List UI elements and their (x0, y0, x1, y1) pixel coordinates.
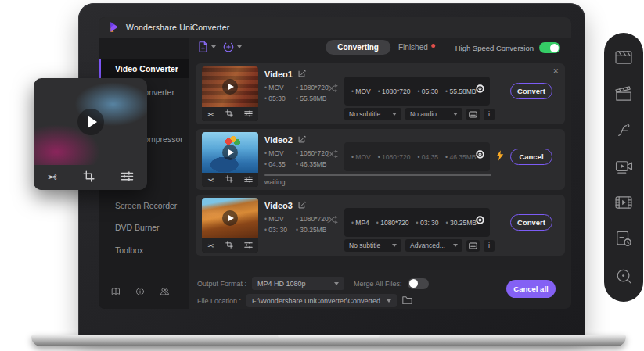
video1-thumbnail: ✂ (202, 66, 258, 121)
tab-finished[interactable]: Finished (398, 43, 435, 52)
video3-captions-icon[interactable] (466, 240, 480, 252)
high-speed-toggle[interactable] (539, 42, 560, 53)
high-speed-label: High Speed Conversion (455, 44, 534, 52)
sidebar-item-video-converter[interactable]: Video Converter (99, 59, 189, 78)
task-row-video2: ✂ Video2 MOV 1080*720 04:35 46.35MB (196, 129, 565, 190)
preview-trim-icon[interactable]: ✂ (47, 170, 57, 184)
video1-name: Video1 (264, 70, 293, 79)
stage: Wondershare UniConverter Video Converter… (0, 0, 644, 351)
video3-name: Video3 (264, 201, 293, 210)
video1-play-icon[interactable] (222, 79, 238, 95)
file-location-label: File Location : (197, 297, 241, 305)
video1-trim-icon[interactable]: ✂ (207, 110, 214, 119)
video1-src-resolution: 1080*720 (296, 84, 329, 91)
video2-crop-icon[interactable] (225, 175, 233, 184)
video1-settings-gear-icon[interactable] (475, 84, 485, 95)
add-files-button[interactable] (197, 41, 216, 53)
video2-src-format: MOV (264, 149, 284, 157)
video2-status-text: waiting... (264, 178, 291, 186)
titlebar: Wondershare UniConverter (99, 17, 571, 38)
video3-convert-button[interactable]: Convert (510, 214, 552, 231)
dock-convert-queue-icon[interactable] (616, 231, 632, 247)
sidebar-item-screen-recorder[interactable]: Screen Recorder (99, 196, 189, 215)
convert-arrow-icon (327, 84, 339, 95)
video3-edit-icon[interactable] (298, 201, 306, 210)
video2-tgt-duration: 04:35 (417, 153, 438, 161)
add-device-chevron-icon[interactable] (237, 45, 242, 48)
video2-cancel-button[interactable]: Cancel (510, 149, 552, 165)
video1-audio-select[interactable]: No audio (405, 108, 462, 120)
video1-tgt-resolution: 1080*720 (378, 88, 411, 95)
video3-src-format: MOV (264, 215, 284, 223)
file-location-select[interactable]: F:\Wondershare UniConverter\Converted (246, 294, 397, 307)
dock-video-merger-icon[interactable] (615, 195, 632, 210)
video2-trim-icon[interactable]: ✂ (207, 176, 214, 184)
video2-edit-icon[interactable] (298, 135, 306, 145)
video2-src-duration: 04:35 (264, 160, 286, 168)
video2-play-icon[interactable] (222, 145, 238, 160)
video2-src-resolution: 1080*720 (296, 149, 329, 157)
dock-effects-curve-icon[interactable] (615, 123, 632, 138)
sidebar-item-dvd-burner[interactable]: DVD Burner (99, 218, 189, 237)
video3-tgt-resolution: 1080*720 (376, 219, 409, 227)
video3-subtitle-select[interactable]: No subtitle (344, 239, 401, 252)
video1-subtitle-select[interactable]: No subtitle (344, 108, 401, 120)
video2-effects-icon[interactable] (244, 175, 253, 184)
video3-src-duration: 03: 30 (264, 226, 287, 234)
dock-disc-search-icon[interactable] (616, 268, 632, 285)
video1-effects-icon[interactable] (244, 109, 253, 119)
convert-arrow-icon (327, 215, 339, 226)
video2-settings-gear-icon[interactable] (475, 149, 485, 161)
dock-video-editor-icon[interactable] (615, 50, 632, 65)
add-device-button[interactable] (222, 41, 242, 53)
video3-settings-gear-icon[interactable] (475, 215, 485, 227)
account-users-icon[interactable] (160, 287, 170, 298)
preview-effects-icon[interactable] (121, 170, 134, 184)
video2-tgt-format: MOV (351, 153, 371, 161)
task-row-video1: ✂ ✕ Video1 MOV 1080*720 05:30 (196, 63, 565, 124)
video2-target-box: MOV 1080*720 04:35 46.35MB (344, 142, 490, 171)
video3-crop-icon[interactable] (225, 241, 233, 250)
toolbox-dock (604, 33, 643, 302)
output-format-select[interactable]: MP4 HD 1080p (252, 277, 344, 290)
video1-tgt-size: 55.58MB (445, 88, 476, 95)
video3-info-icon[interactable]: i (484, 240, 495, 252)
video1-src-size: 55.58MB (296, 95, 326, 102)
app-title: Wondershare UniConverter (126, 23, 229, 32)
video1-info-icon[interactable]: i (484, 109, 495, 120)
video1-edit-icon[interactable] (298, 70, 306, 79)
convert-arrow-icon (327, 149, 339, 160)
cancel-all-button[interactable]: Cancel all (506, 280, 556, 298)
video3-effects-icon[interactable] (244, 241, 253, 250)
high-speed-bolt-icon (495, 150, 505, 163)
video3-src-resolution: 1080*720 (296, 215, 329, 223)
open-folder-icon[interactable] (402, 295, 412, 306)
video1-crop-icon[interactable] (225, 109, 233, 119)
video1-target-box: MOV 1080*720 05:30 55.58MB (344, 77, 490, 106)
app-window: Wondershare UniConverter Video Converter… (99, 17, 571, 309)
video3-audio-select[interactable]: Advanced... (405, 239, 462, 252)
sidebar-item-toolbox[interactable]: Toolbox (99, 241, 189, 260)
merge-all-files-label: Merge All Files: (354, 280, 402, 288)
output-format-label: Output Format : (197, 280, 246, 288)
help-info-icon[interactable] (135, 287, 145, 298)
preview-crop-icon[interactable] (83, 170, 95, 185)
app-logo-icon (108, 21, 120, 34)
video3-play-icon[interactable] (222, 210, 238, 226)
guide-book-icon[interactable] (111, 287, 121, 298)
video1-tgt-duration: 05:30 (417, 88, 438, 95)
video1-close-icon[interactable]: ✕ (552, 67, 559, 75)
dock-screen-recorder-icon[interactable] (615, 159, 633, 174)
video1-captions-icon[interactable] (466, 109, 480, 120)
add-files-chevron-icon[interactable] (211, 45, 216, 48)
tab-converting[interactable]: Converting (326, 40, 390, 55)
video1-convert-button[interactable]: Convert (510, 83, 552, 99)
preview-image (34, 78, 147, 165)
video2-tgt-resolution: 1080*720 (378, 153, 411, 161)
preview-play-icon[interactable] (77, 109, 104, 135)
video3-tgt-size: 30.25MB (446, 219, 477, 227)
merge-all-files-toggle[interactable] (408, 278, 429, 289)
laptop-base-notch (278, 335, 380, 340)
dock-clapperboard-icon[interactable] (615, 86, 632, 102)
video3-trim-icon[interactable]: ✂ (207, 242, 214, 250)
